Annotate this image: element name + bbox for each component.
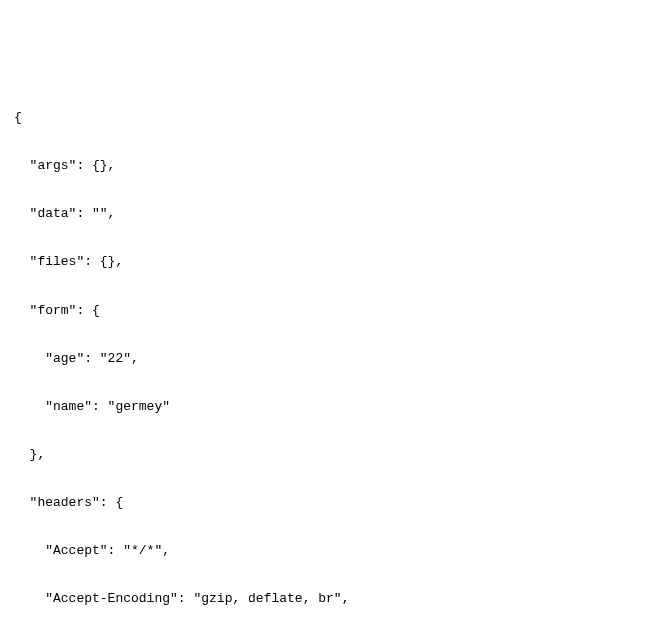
json-data: "data": "", (14, 202, 642, 226)
json-form-open: "form": { (14, 299, 642, 323)
json-files: "files": {}, (14, 250, 642, 274)
json-headers-open: "headers": { (14, 491, 642, 515)
json-args: "args": {}, (14, 154, 642, 178)
json-header-accept-encoding: "Accept-Encoding": "gzip, deflate, br", (14, 587, 642, 611)
json-open-brace: { (14, 106, 642, 130)
json-form-name: "name": "germey" (14, 395, 642, 419)
json-form-age: "age": "22", (14, 347, 642, 371)
json-form-close: }, (14, 443, 642, 467)
json-header-accept: "Accept": "*/*", (14, 539, 642, 563)
